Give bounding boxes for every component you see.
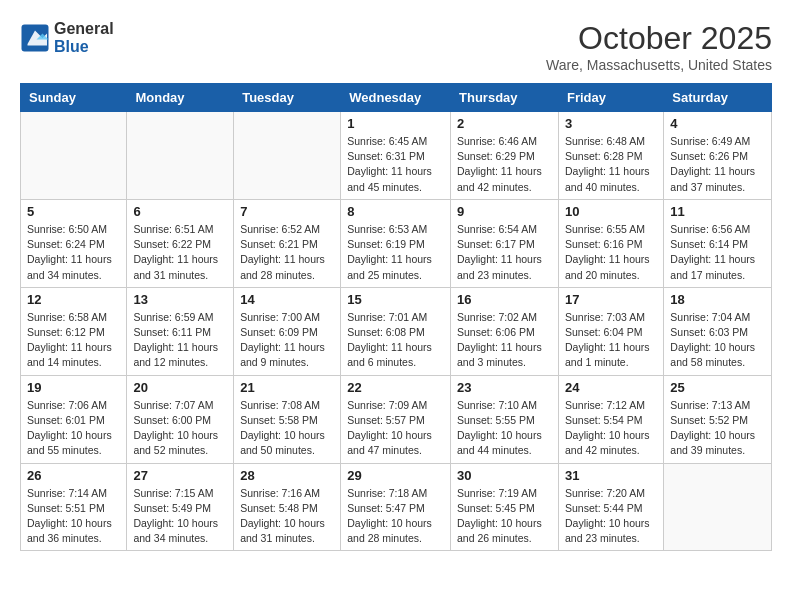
logo-blue: Blue: [54, 38, 114, 56]
day-number: 25: [670, 380, 765, 395]
day-info: Sunrise: 7:19 AM Sunset: 5:45 PM Dayligh…: [457, 486, 552, 547]
calendar-cell: 28Sunrise: 7:16 AM Sunset: 5:48 PM Dayli…: [234, 463, 341, 551]
calendar-cell: 19Sunrise: 7:06 AM Sunset: 6:01 PM Dayli…: [21, 375, 127, 463]
day-info: Sunrise: 6:48 AM Sunset: 6:28 PM Dayligh…: [565, 134, 657, 195]
day-info: Sunrise: 6:56 AM Sunset: 6:14 PM Dayligh…: [670, 222, 765, 283]
logo: General Blue: [20, 20, 114, 55]
day-number: 5: [27, 204, 120, 219]
calendar-cell: 31Sunrise: 7:20 AM Sunset: 5:44 PM Dayli…: [558, 463, 663, 551]
location-subtitle: Ware, Massachusetts, United States: [546, 57, 772, 73]
day-info: Sunrise: 7:14 AM Sunset: 5:51 PM Dayligh…: [27, 486, 120, 547]
calendar-table: SundayMondayTuesdayWednesdayThursdayFrid…: [20, 83, 772, 551]
calendar-week-row: 1Sunrise: 6:45 AM Sunset: 6:31 PM Daylig…: [21, 112, 772, 200]
calendar-cell: 24Sunrise: 7:12 AM Sunset: 5:54 PM Dayli…: [558, 375, 663, 463]
calendar-cell: 30Sunrise: 7:19 AM Sunset: 5:45 PM Dayli…: [451, 463, 559, 551]
day-number: 6: [133, 204, 227, 219]
calendar-cell: 21Sunrise: 7:08 AM Sunset: 5:58 PM Dayli…: [234, 375, 341, 463]
day-number: 26: [27, 468, 120, 483]
weekday-header: Saturday: [664, 84, 772, 112]
calendar-cell: [21, 112, 127, 200]
logo-general: General: [54, 20, 114, 38]
weekday-header: Sunday: [21, 84, 127, 112]
day-number: 17: [565, 292, 657, 307]
calendar-cell: 9Sunrise: 6:54 AM Sunset: 6:17 PM Daylig…: [451, 199, 559, 287]
day-info: Sunrise: 6:46 AM Sunset: 6:29 PM Dayligh…: [457, 134, 552, 195]
day-info: Sunrise: 7:20 AM Sunset: 5:44 PM Dayligh…: [565, 486, 657, 547]
day-info: Sunrise: 6:45 AM Sunset: 6:31 PM Dayligh…: [347, 134, 444, 195]
calendar-cell: 12Sunrise: 6:58 AM Sunset: 6:12 PM Dayli…: [21, 287, 127, 375]
day-number: 28: [240, 468, 334, 483]
logo-icon: [20, 23, 50, 53]
day-number: 14: [240, 292, 334, 307]
day-number: 8: [347, 204, 444, 219]
calendar-cell: 1Sunrise: 6:45 AM Sunset: 6:31 PM Daylig…: [341, 112, 451, 200]
day-info: Sunrise: 7:02 AM Sunset: 6:06 PM Dayligh…: [457, 310, 552, 371]
day-info: Sunrise: 7:03 AM Sunset: 6:04 PM Dayligh…: [565, 310, 657, 371]
calendar-cell: 23Sunrise: 7:10 AM Sunset: 5:55 PM Dayli…: [451, 375, 559, 463]
day-number: 2: [457, 116, 552, 131]
calendar-cell: 25Sunrise: 7:13 AM Sunset: 5:52 PM Dayli…: [664, 375, 772, 463]
logo-text: General Blue: [54, 20, 114, 55]
day-info: Sunrise: 6:58 AM Sunset: 6:12 PM Dayligh…: [27, 310, 120, 371]
day-info: Sunrise: 7:18 AM Sunset: 5:47 PM Dayligh…: [347, 486, 444, 547]
calendar-cell: [664, 463, 772, 551]
calendar-cell: 18Sunrise: 7:04 AM Sunset: 6:03 PM Dayli…: [664, 287, 772, 375]
day-number: 15: [347, 292, 444, 307]
weekday-header: Tuesday: [234, 84, 341, 112]
day-info: Sunrise: 7:10 AM Sunset: 5:55 PM Dayligh…: [457, 398, 552, 459]
calendar-cell: 27Sunrise: 7:15 AM Sunset: 5:49 PM Dayli…: [127, 463, 234, 551]
day-number: 11: [670, 204, 765, 219]
day-number: 18: [670, 292, 765, 307]
calendar-cell: 17Sunrise: 7:03 AM Sunset: 6:04 PM Dayli…: [558, 287, 663, 375]
day-number: 22: [347, 380, 444, 395]
day-number: 23: [457, 380, 552, 395]
day-info: Sunrise: 6:51 AM Sunset: 6:22 PM Dayligh…: [133, 222, 227, 283]
page-header: General Blue October 2025 Ware, Massachu…: [20, 20, 772, 73]
day-number: 27: [133, 468, 227, 483]
day-info: Sunrise: 7:07 AM Sunset: 6:00 PM Dayligh…: [133, 398, 227, 459]
day-number: 31: [565, 468, 657, 483]
day-number: 24: [565, 380, 657, 395]
day-info: Sunrise: 7:00 AM Sunset: 6:09 PM Dayligh…: [240, 310, 334, 371]
calendar-week-row: 12Sunrise: 6:58 AM Sunset: 6:12 PM Dayli…: [21, 287, 772, 375]
day-number: 21: [240, 380, 334, 395]
day-number: 19: [27, 380, 120, 395]
day-number: 20: [133, 380, 227, 395]
month-title: October 2025: [546, 20, 772, 57]
title-block: October 2025 Ware, Massachusetts, United…: [546, 20, 772, 73]
calendar-cell: 13Sunrise: 6:59 AM Sunset: 6:11 PM Dayli…: [127, 287, 234, 375]
day-number: 13: [133, 292, 227, 307]
day-info: Sunrise: 7:16 AM Sunset: 5:48 PM Dayligh…: [240, 486, 334, 547]
day-info: Sunrise: 6:59 AM Sunset: 6:11 PM Dayligh…: [133, 310, 227, 371]
calendar-cell: 2Sunrise: 6:46 AM Sunset: 6:29 PM Daylig…: [451, 112, 559, 200]
calendar-cell: 4Sunrise: 6:49 AM Sunset: 6:26 PM Daylig…: [664, 112, 772, 200]
day-info: Sunrise: 7:15 AM Sunset: 5:49 PM Dayligh…: [133, 486, 227, 547]
day-info: Sunrise: 6:55 AM Sunset: 6:16 PM Dayligh…: [565, 222, 657, 283]
day-info: Sunrise: 6:53 AM Sunset: 6:19 PM Dayligh…: [347, 222, 444, 283]
calendar-week-row: 26Sunrise: 7:14 AM Sunset: 5:51 PM Dayli…: [21, 463, 772, 551]
weekday-header-row: SundayMondayTuesdayWednesdayThursdayFrid…: [21, 84, 772, 112]
weekday-header: Thursday: [451, 84, 559, 112]
day-number: 10: [565, 204, 657, 219]
day-info: Sunrise: 6:54 AM Sunset: 6:17 PM Dayligh…: [457, 222, 552, 283]
calendar-cell: 26Sunrise: 7:14 AM Sunset: 5:51 PM Dayli…: [21, 463, 127, 551]
calendar-cell: 3Sunrise: 6:48 AM Sunset: 6:28 PM Daylig…: [558, 112, 663, 200]
weekday-header: Monday: [127, 84, 234, 112]
day-number: 9: [457, 204, 552, 219]
calendar-cell: 22Sunrise: 7:09 AM Sunset: 5:57 PM Dayli…: [341, 375, 451, 463]
calendar-cell: 10Sunrise: 6:55 AM Sunset: 6:16 PM Dayli…: [558, 199, 663, 287]
calendar-cell: 20Sunrise: 7:07 AM Sunset: 6:00 PM Dayli…: [127, 375, 234, 463]
calendar-cell: 16Sunrise: 7:02 AM Sunset: 6:06 PM Dayli…: [451, 287, 559, 375]
day-info: Sunrise: 7:06 AM Sunset: 6:01 PM Dayligh…: [27, 398, 120, 459]
calendar-cell: 6Sunrise: 6:51 AM Sunset: 6:22 PM Daylig…: [127, 199, 234, 287]
calendar-cell: 29Sunrise: 7:18 AM Sunset: 5:47 PM Dayli…: [341, 463, 451, 551]
weekday-header: Wednesday: [341, 84, 451, 112]
day-info: Sunrise: 7:08 AM Sunset: 5:58 PM Dayligh…: [240, 398, 334, 459]
day-info: Sunrise: 7:04 AM Sunset: 6:03 PM Dayligh…: [670, 310, 765, 371]
day-number: 7: [240, 204, 334, 219]
calendar-cell: 15Sunrise: 7:01 AM Sunset: 6:08 PM Dayli…: [341, 287, 451, 375]
day-info: Sunrise: 7:01 AM Sunset: 6:08 PM Dayligh…: [347, 310, 444, 371]
day-info: Sunrise: 6:50 AM Sunset: 6:24 PM Dayligh…: [27, 222, 120, 283]
calendar-cell: 14Sunrise: 7:00 AM Sunset: 6:09 PM Dayli…: [234, 287, 341, 375]
calendar-cell: 11Sunrise: 6:56 AM Sunset: 6:14 PM Dayli…: [664, 199, 772, 287]
